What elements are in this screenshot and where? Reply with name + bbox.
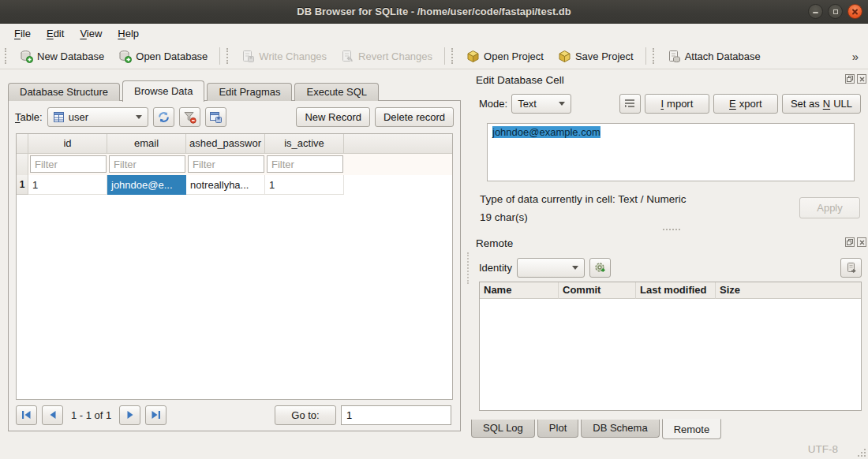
goto-button[interactable]: Go to: [275,405,336,425]
import-button[interactable]: Import [645,94,709,114]
identity-label: Identity [479,262,512,274]
column-header-email[interactable]: email [107,134,186,154]
save-results-button[interactable] [205,107,226,127]
float-panel-icon[interactable] [845,237,855,247]
mode-select[interactable]: Text [511,94,571,114]
last-record-button[interactable] [145,405,166,425]
close-panel-icon[interactable] [857,237,866,247]
remote-column-last-modified[interactable]: Last modified [636,282,716,299]
tab-execute-sql[interactable]: Execute SQL [294,83,379,101]
grid-filter-row [17,154,452,175]
tab-database-structure[interactable]: Database Structure [8,83,120,101]
identity-select[interactable] [517,258,585,278]
row-number[interactable]: 1 [17,175,28,195]
previous-record-button[interactable] [42,405,63,425]
new-record-button[interactable]: New Record [296,107,370,127]
word-wrap-button[interactable] [619,94,641,114]
menu-edit[interactable]: Edit [39,26,72,41]
open-project-button[interactable]: Open Project [459,47,551,65]
bottom-tabbar: SQL Log Plot DB Schema Remote [471,420,724,442]
dock-splitter-handle[interactable] [663,229,680,231]
first-record-icon [21,410,32,420]
toolbar-drag-handle[interactable] [5,48,9,64]
filter-input-email[interactable] [109,155,185,173]
tab-sql-log[interactable]: SQL Log [471,420,535,438]
close-panel-icon[interactable] [857,74,866,84]
menubar: File Edit View Help [0,24,868,43]
push-database-button[interactable] [840,258,862,278]
tab-db-schema[interactable]: DB Schema [581,420,659,438]
float-panel-icon[interactable] [845,74,855,84]
set-as-null-button[interactable]: Set as NULL [782,94,861,114]
filter-input-is-active[interactable] [267,155,343,173]
cell-id[interactable]: 1 [28,175,107,195]
clear-filters-button[interactable] [179,107,200,127]
attach-database-button[interactable]: Attach Database [660,47,768,65]
statusbar: UTF-8 [0,440,868,459]
maximize-icon[interactable] [828,4,843,19]
save-project-icon [558,50,571,63]
toolbar-overflow-chevron[interactable]: » [846,50,865,63]
mode-label: Mode: [479,98,507,110]
cell-editor[interactable]: johndoe@example.com [487,123,855,181]
remote-table-header: Name Commit Last modified Size [480,282,861,299]
export-button[interactable]: Export [713,94,778,114]
tab-plot[interactable]: Plot [537,420,578,438]
menu-help[interactable]: Help [110,26,147,41]
table-row: 1 1 johndoe@e... notreallyha... 1 [17,175,452,195]
record-range-label: 1 - 1 of 1 [68,409,114,421]
first-record-button[interactable] [16,405,37,425]
identity-settings-button[interactable] [589,258,611,278]
filter-input-id[interactable] [30,155,107,173]
save-project-button[interactable]: Save Project [551,47,641,65]
resize-grip[interactable] [856,447,866,457]
write-changes-icon [241,50,255,63]
next-record-button[interactable] [119,405,140,425]
table-select[interactable]: user [47,107,148,127]
new-database-button[interactable]: New Database [13,47,111,65]
column-header-filler [344,134,452,154]
delete-record-button[interactable]: Delete record [375,107,454,127]
write-changes-label: Write Changes [259,50,327,62]
menu-view[interactable]: View [72,26,110,41]
open-database-label: Open Database [136,50,208,62]
clear-filter-icon [183,110,196,124]
encoding-label[interactable]: UTF-8 [808,443,838,455]
tab-remote[interactable]: Remote [662,419,722,439]
attach-database-icon [668,50,681,63]
titlebar[interactable]: DB Browser for SQLite - /home/user/code/… [0,0,868,24]
write-changes-button: Write Changes [234,47,334,65]
remote-column-size[interactable]: Size [716,282,861,299]
goto-input[interactable] [341,405,451,425]
cell-email-selected[interactable]: johndoe@e... [107,175,186,195]
tab-edit-pragmas[interactable]: Edit Pragmas [207,83,292,101]
column-header-id[interactable]: id [28,134,107,154]
column-header-hashed-password[interactable]: ashed_passwor [186,134,265,154]
main-tabbar: Database Structure Browse Data Edit Prag… [8,80,381,101]
cell-is-active[interactable]: 1 [265,175,344,195]
minimize-icon[interactable] [808,4,823,19]
word-wrap-icon [624,99,635,108]
remote-column-name[interactable]: Name [480,282,559,299]
menu-file[interactable]: File [6,26,39,41]
panel-splitter-handle[interactable] [467,252,470,284]
mode-select-value: Text [518,98,537,110]
apply-button: Apply [799,197,860,218]
open-project-label: Open Project [484,50,544,62]
remote-column-commit[interactable]: Commit [559,282,636,299]
toolbar-drag-handle[interactable] [451,48,455,64]
refresh-button[interactable] [153,107,174,127]
window-title: DB Browser for SQLite - /home/user/code/… [297,6,571,17]
toolbar-drag-handle[interactable] [653,48,657,64]
cell-hashed-password[interactable]: notreallyha... [186,175,265,195]
tab-browse-data[interactable]: Browse Data [122,80,204,102]
revert-changes-label: Revert Changes [358,50,432,62]
remote-dock-controls [845,237,866,247]
column-header-is-active[interactable]: is_active [265,134,344,154]
table-select-value: user [69,111,88,123]
revert-changes-icon [341,50,354,63]
filter-input-hashed-password[interactable] [188,155,264,173]
open-database-button[interactable]: Open Database [111,47,215,65]
close-icon[interactable] [847,4,862,19]
toolbar-drag-handle[interactable] [226,48,230,64]
